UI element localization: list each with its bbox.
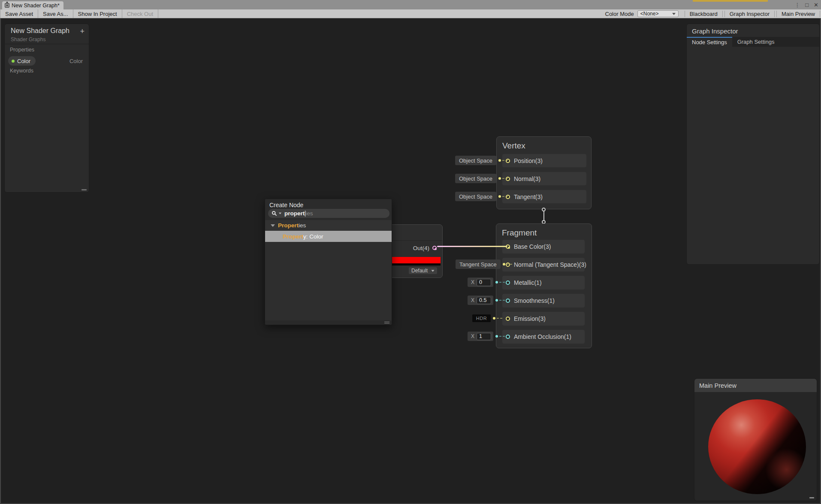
float-field[interactable]: X 1 [468,332,493,341]
blackboard-title: New Shader Graph [11,27,69,35]
match-highlight: Propert [278,222,299,229]
field-axis-label: X [471,297,474,303]
match-highlight: Propert [283,233,303,240]
float-value[interactable]: 0.5 [477,297,491,304]
blackboard-toggle-button[interactable]: Blackboard [685,11,723,17]
color-mode-select[interactable]: Default [409,267,437,274]
window-menu-icon[interactable]: ⋮ [794,2,800,8]
space-tag-label: Tangent Space [459,261,497,268]
result-group-properties[interactable]: Properties [265,220,392,231]
main-preview-toggle-button[interactable]: Main Preview [776,11,820,17]
add-property-button[interactable]: + [80,27,85,35]
main-preview-title: Main Preview [699,382,736,389]
space-tag[interactable]: Object Space [455,156,496,165]
ambient-occlusion-port[interactable] [506,335,510,339]
slot-label: Smoothness(1) [514,297,555,304]
search-autocomplete-ghost: ies [305,210,313,217]
widget-dash [502,196,508,197]
widget-port-dot [495,281,498,284]
activity-strip [693,0,768,2]
result-property-color[interactable]: Property: Color [265,231,392,242]
maximize-icon[interactable]: □ [805,2,809,8]
graph-inspector-toggle-button[interactable]: Graph Inspector [724,11,775,17]
metallic-port[interactable] [506,281,510,285]
shader-graph-icon [5,3,9,8]
check-out-button: Check Out [122,9,158,18]
hdr-label: HDR [476,316,487,321]
widget-dash [499,300,505,301]
blackboard-subtitle: Shader Graphs [11,36,45,42]
float-value[interactable]: 0 [477,279,491,286]
tangent-space-widget[interactable]: Object Space [455,192,508,201]
widget-port-dot [503,263,505,266]
show-in-project-button[interactable]: Show In Project [73,9,122,18]
graph-inspector-panel[interactable]: Graph Inspector Node Settings Graph Sett… [686,24,820,265]
property-color-dot [12,60,15,63]
float-field[interactable]: X 0 [468,278,493,287]
space-tag[interactable]: Object Space [455,174,496,183]
emission-port[interactable] [506,317,510,321]
smoothness-input-widget[interactable]: X 0.5 [468,296,505,305]
tab-node-settings[interactable]: Node Settings [687,37,732,47]
fragment-slot-emission: Emission(3) [502,312,585,326]
vertex-node[interactable]: Vertex Position(3) Normal(3) Tangent(3) [496,136,592,209]
popup-footer [265,320,392,325]
normal-space-widget[interactable]: Object Space [455,174,508,183]
preview-resize-handle[interactable] [809,497,814,498]
main-preview-panel[interactable]: Main Preview [694,378,817,501]
widget-dash [499,336,505,337]
widget-port-dot [495,335,498,338]
widget-dash [507,264,512,265]
slot-label: Position(3) [514,157,543,164]
tab-graph-settings[interactable]: Graph Settings [732,37,780,47]
popup-resize-handle[interactable] [384,322,389,323]
ambient-occlusion-input-widget[interactable]: X 1 [468,332,505,341]
search-filter-chevron-icon[interactable] [279,213,281,214]
space-tag[interactable]: Tangent Space [456,260,501,269]
preview-sphere [708,399,806,494]
vertex-slot-position: Position(3) [502,154,586,167]
group-label-rest: ies [299,222,306,229]
float-value[interactable]: 1 [477,333,491,340]
search-input[interactable]: propert ies [268,209,389,218]
slot-label: Normal(3) [514,175,540,182]
blackboard-panel[interactable]: New Shader Graph + Shader Graphs Propert… [4,24,89,193]
create-node-popup[interactable]: Create Node propert ies Properties Prope… [265,199,392,325]
space-tag[interactable]: Object Space [455,192,496,201]
block-connector-top[interactable] [542,208,546,211]
main-preview-header[interactable]: Main Preview [694,379,817,392]
property-color-pill[interactable]: Color [8,56,36,66]
fragment-node[interactable]: Fragment Base Color(3) Normal (Tangent S… [496,223,592,348]
toolbar: Save Asset Save As... Show In Project Ch… [0,9,821,18]
widget-port-dot [493,317,495,320]
metallic-input-widget[interactable]: X 0 [468,278,505,287]
hdr-color-field[interactable]: HDR [472,314,491,322]
save-as-button[interactable]: Save As... [38,9,73,18]
out-port-label: Out(4) [413,245,429,251]
block-connector-line [543,211,544,221]
save-asset-button[interactable]: Save Asset [0,9,38,18]
collapse-triangle-icon[interactable] [271,224,275,227]
document-tab[interactable]: New Shader Graph* [2,1,63,9]
vertex-slot-normal: Normal(3) [502,172,586,185]
out-port[interactable] [432,246,437,250]
vertex-slot-tangent: Tangent(3) [502,190,586,203]
divider [5,44,89,44]
widget-port-dot [495,299,498,302]
edge-color-to-basecolor[interactable] [437,246,507,247]
smoothness-port[interactable] [506,299,510,303]
blackboard-resize-handle[interactable] [81,189,87,190]
fragment-slot-base-color: Base Color(3) [502,240,585,254]
titlebar: New Shader Graph* ⋮ □ ✕ [0,0,821,9]
float-field[interactable]: X 0.5 [468,296,493,305]
color-mode-dropdown[interactable]: <None> [637,10,679,17]
slot-label: Base Color(3) [514,243,551,250]
emission-hdr-widget[interactable]: HDR [472,314,502,322]
normal-space-widget[interactable]: Tangent Space [456,260,512,269]
close-icon[interactable]: ✕ [814,2,818,8]
shader-graph-window: New Shader Graph* ⋮ □ ✕ Save Asset Save … [0,0,821,504]
space-tag-label: Object Space [459,193,492,200]
graph-inspector-title: Graph Inspector [692,27,738,35]
property-name: Color [17,58,30,64]
position-space-widget[interactable]: Object Space [455,156,508,165]
